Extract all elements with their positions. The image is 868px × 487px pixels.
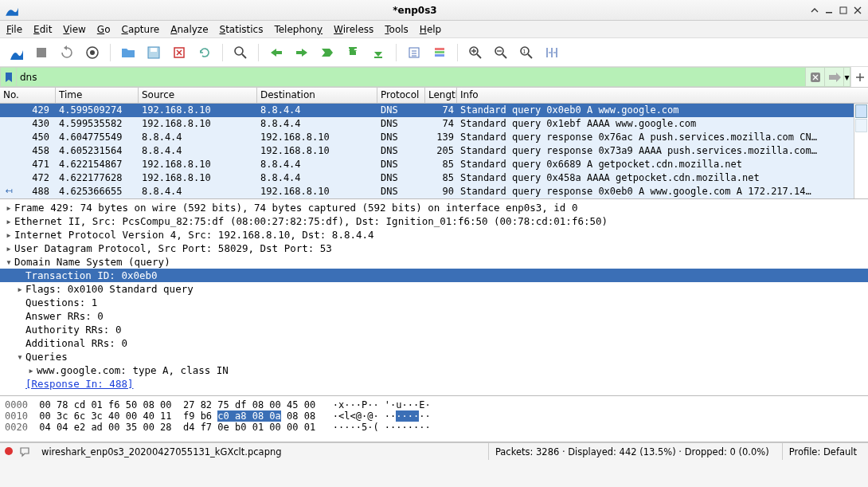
window-maximize-icon[interactable] (838, 5, 849, 16)
svg-rect-10 (349, 47, 357, 49)
tree-dns-authority-rrs[interactable]: Authority RRs: 0 (0, 323, 868, 336)
packet-rows[interactable]: 4294.599509274192.168.8.108.8.4.4DNS74 S… (0, 104, 868, 198)
toolbar-separator (457, 44, 458, 61)
col-header-info[interactable]: Info (457, 88, 868, 103)
menu-telephony[interactable]: Telephony (274, 24, 323, 35)
svg-line-19 (502, 54, 506, 58)
tree-dns[interactable]: ▾Domain Name System (query) (0, 255, 868, 269)
colorize-icon[interactable] (428, 41, 451, 64)
col-header-proto[interactable]: Protocol (377, 88, 425, 103)
menu-capture[interactable]: Capture (121, 24, 159, 35)
toolbar-separator (222, 44, 223, 61)
packet-minimap[interactable] (854, 104, 868, 198)
col-header-time[interactable]: Time (56, 88, 139, 103)
statusbar: wireshark_enp0s3_20200427055131_kGXclt.p… (0, 442, 868, 460)
resize-columns-icon[interactable] (541, 41, 563, 64)
status-profile[interactable]: Profile: Default (782, 443, 863, 460)
menu-view[interactable]: View (63, 24, 85, 35)
tree-frame[interactable]: ▸Frame 429: 74 bytes on wire (592 bits),… (0, 201, 868, 214)
tree-ip[interactable]: ▸Internet Protocol Version 4, Src: 192.1… (0, 228, 868, 242)
expert-info-icon[interactable] (5, 446, 13, 458)
tree-dns-flags[interactable]: ▸Flags: 0x0100 Standard query (0, 282, 868, 296)
tree-dns-questions[interactable]: Questions: 1 (0, 296, 868, 309)
open-file-icon[interactable] (117, 41, 139, 64)
goto-last-icon[interactable] (367, 41, 389, 64)
svg-rect-2 (37, 48, 46, 57)
packet-row[interactable]: 4504.6047755498.8.4.4192.168.8.10DNS139 … (0, 131, 868, 144)
col-header-dst[interactable]: Destination (257, 88, 377, 103)
tree-dns-response-link[interactable]: [Response In: 488] (0, 377, 868, 391)
menu-go[interactable]: Go (97, 24, 111, 35)
window-roll-icon[interactable] (809, 5, 820, 16)
goto-first-icon[interactable] (342, 41, 364, 64)
menu-file[interactable]: File (6, 24, 22, 35)
find-packet-icon[interactable] (229, 41, 252, 64)
goto-packet-icon[interactable] (316, 41, 338, 64)
svg-rect-13 (435, 48, 444, 50)
autoscroll-icon[interactable] (403, 41, 425, 64)
svg-rect-15 (435, 54, 444, 57)
menu-edit[interactable]: Edit (33, 24, 52, 35)
zoom-out-icon[interactable] (490, 41, 512, 64)
packet-row[interactable]: 4724.622177628192.168.8.108.8.4.4DNS85 S… (0, 171, 868, 185)
menu-tools[interactable]: Tools (385, 24, 409, 35)
display-filter-bar: ▾ (0, 67, 868, 88)
go-back-icon[interactable] (265, 41, 287, 64)
restart-capture-icon[interactable] (56, 41, 78, 64)
add-filter-button-icon[interactable] (850, 67, 868, 87)
toolbar: 1 (0, 38, 868, 67)
packet-row[interactable]: 4714.622154867192.168.8.108.8.4.4DNS85 S… (0, 158, 868, 171)
tree-dns-query-item[interactable]: ▸www.google.com: type A, class IN (0, 363, 868, 377)
tree-dns-answer-rrs[interactable]: Answer RRs: 0 (0, 309, 868, 323)
start-capture-icon[interactable] (5, 41, 27, 64)
packet-row[interactable]: 4304.599535582192.168.8.108.8.4.4DNS74 S… (0, 117, 868, 131)
close-file-icon[interactable] (168, 41, 190, 64)
reload-file-icon[interactable] (194, 41, 216, 64)
window-close-icon[interactable] (852, 5, 863, 16)
tree-udp[interactable]: ▸User Datagram Protocol, Src Port: 58029… (0, 242, 868, 255)
zoom-in-icon[interactable] (464, 41, 487, 64)
packet-details[interactable]: ▸Frame 429: 74 bytes on wire (592 bits),… (0, 198, 868, 396)
menu-statistics[interactable]: Statistics (220, 24, 264, 35)
col-header-len[interactable]: Length (425, 88, 457, 103)
svg-rect-1 (840, 7, 846, 14)
stop-capture-icon[interactable] (30, 41, 53, 64)
tree-ethernet[interactable]: ▸Ethernet II, Src: PcsCompu_82:75:df (08… (0, 214, 868, 228)
titlebar: *enp0s3 (0, 0, 868, 21)
filter-dropdown-icon[interactable]: ▾ (844, 67, 850, 87)
apply-filter-icon[interactable] (825, 67, 844, 87)
svg-rect-11 (374, 57, 382, 58)
menu-help[interactable]: Help (420, 24, 441, 35)
svg-text:1: 1 (522, 49, 526, 55)
capture-options-icon[interactable] (81, 41, 104, 64)
clear-filter-icon[interactable] (806, 67, 825, 87)
zoom-reset-icon[interactable]: 1 (515, 41, 538, 64)
packet-row[interactable]: 4294.599509274192.168.8.108.8.4.4DNS74 S… (0, 104, 868, 117)
col-header-src[interactable]: Source (139, 88, 257, 103)
toolbar-separator (258, 44, 259, 61)
menu-analyze[interactable]: Analyze (170, 24, 208, 35)
tree-dns-txid[interactable]: Transaction ID: 0x0eb0 (0, 269, 868, 282)
status-packet-stats: Packets: 3286 · Displayed: 442 (13.5%) ·… (488, 443, 776, 460)
col-header-no[interactable]: No. (0, 88, 56, 103)
svg-point-8 (235, 47, 243, 55)
menu-wireless[interactable]: Wireless (334, 24, 373, 35)
tree-dns-queries[interactable]: ▾Queries (0, 350, 868, 363)
save-file-icon[interactable] (143, 41, 165, 64)
window-minimize-icon[interactable] (823, 5, 835, 16)
tree-dns-additional-rrs[interactable]: Additional RRs: 0 (0, 336, 868, 350)
bookmark-filter-icon[interactable] (0, 67, 16, 87)
capture-comment-icon[interactable] (19, 446, 30, 458)
menubar: File Edit View Go Capture Analyze Statis… (0, 21, 868, 38)
display-filter-input[interactable] (16, 67, 806, 87)
toolbar-separator (396, 44, 397, 61)
packet-bytes[interactable]: 0000 00 78 cd 01 f6 50 08 00 27 82 75 df… (0, 396, 868, 442)
window-title: *enp0s3 (24, 5, 806, 16)
toolbar-separator (110, 44, 111, 61)
svg-point-4 (90, 50, 95, 55)
wireshark-logo-icon (5, 3, 19, 18)
go-forward-icon[interactable] (291, 41, 313, 64)
packet-row[interactable]: 4584.6052315648.8.4.4192.168.8.10DNS205 … (0, 144, 868, 158)
packet-row[interactable]: 4884.6253666558.8.4.4192.168.8.10DNS90 S… (0, 185, 868, 198)
packet-column-headers[interactable]: No. Time Source Destination Protocol Len… (0, 88, 868, 104)
